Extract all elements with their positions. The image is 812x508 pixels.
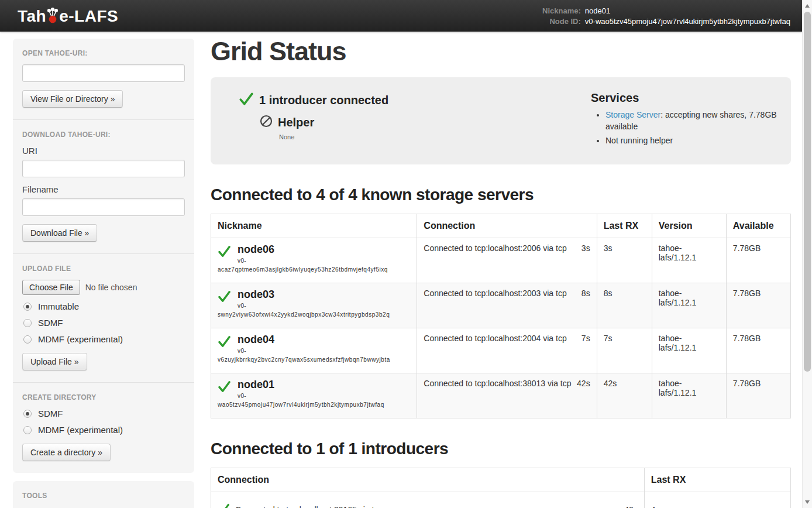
open-uri-label: OPEN TAHOE-URI: (22, 49, 185, 57)
introducers-heading: Connected to 1 of 1 introducers (211, 440, 791, 458)
radio-button-icon[interactable] (23, 426, 32, 434)
server-id-prefix: v0- (238, 258, 410, 264)
table-row: Connected to tcp:localhost:39165 via tcp… (211, 492, 791, 508)
helper-none-text: None (279, 133, 591, 140)
create-directory-button[interactable]: Create a directory » (22, 444, 111, 461)
radio-button-icon[interactable] (23, 410, 32, 418)
services-heading: Services (591, 91, 790, 105)
introducers-table: Connection Last RX Connected to tcp:loca… (211, 468, 791, 508)
last-rx-cell: 7s (597, 328, 652, 373)
scroll-up-arrow-icon[interactable] (805, 4, 810, 8)
col-header-connection: Connection (211, 468, 645, 492)
create-directory-label: CREATE DIRECTORY (22, 393, 185, 401)
upload-format-mdmf-label: MDMF (experimental) (38, 334, 123, 344)
server-id: v6zuyjkbrrkqy2bvc2cny7qwax5sxumedsxfzfjw… (218, 356, 410, 363)
server-nickname: node04 (238, 334, 410, 346)
storage-table-header-row: Nickname Connection Last RX Version Avai… (211, 214, 791, 238)
download-filename-input[interactable] (22, 198, 185, 216)
table-row: node04 v0- v6zuyjkbrrkqy2bvc2cny7qwax5sx… (211, 328, 791, 373)
scroll-down-arrow-icon[interactable] (805, 500, 810, 504)
radio-button-icon[interactable] (23, 335, 32, 344)
col-header-last-rx: Last RX (644, 468, 790, 492)
connection-age: 3s (582, 243, 590, 253)
grid-status-summary-well: 1 introducer connected Helper None Servi… (211, 77, 791, 164)
nickname-value: node01 (585, 6, 790, 15)
upload-format-immutable-option[interactable]: Immutable (23, 301, 184, 311)
table-row: node06 v0- acaz7qptmeo6m3asjlgkb6iwlyuqe… (211, 238, 791, 283)
download-uri-section: DOWNLOAD TAHOE-URI: URI Filename Downloa… (13, 119, 194, 253)
available-cell: 7.78GB (726, 328, 790, 373)
connection-age: 42s (577, 379, 590, 388)
main-content: Grid Status 1 introducer connected Helpe… (211, 32, 791, 508)
storage-servers-table: Nickname Connection Last RX Version Avai… (211, 214, 791, 418)
connection-text: Connected to tcp:localhost:2006 via tcp (424, 243, 566, 253)
upload-file-label: UPLOAD FILE (22, 265, 185, 273)
vertical-scrollbar[interactable] (802, 0, 812, 508)
introducer-table-header-row: Connection Last RX (211, 468, 791, 492)
table-row: node01 v0- wao5tzv45pmoju47jow7rvl4ukirj… (211, 373, 791, 418)
server-id: swny2viyw63ofxwi4x2yykd2woqjbpx3cw34xtri… (218, 311, 410, 318)
server-id-prefix: v0- (238, 393, 410, 399)
download-uri-input[interactable] (22, 160, 185, 177)
nickname-cell: node01 v0- wao5tzv45pmoju47jow7rvl4ukirj… (211, 373, 417, 418)
storage-servers-heading: Connected to 4 of 4 known storage server… (211, 186, 791, 204)
connection-age: 8s (582, 289, 590, 298)
upload-format-immutable-label: Immutable (38, 301, 79, 311)
available-cell: 7.78GB (726, 373, 790, 418)
check-icon (239, 91, 254, 109)
server-id-prefix: v0- (238, 348, 410, 354)
tools-label: TOOLS (22, 492, 185, 500)
server-id: acaz7qptmeo6m3asjlgkb6iwlyuqey53hz26tbdm… (218, 266, 410, 273)
upload-file-button[interactable]: Upload File » (22, 353, 87, 370)
connection-cell: Connected to tcp:localhost:2004 via tcp … (417, 328, 597, 373)
download-uri-label: DOWNLOAD TAHOE-URI: (22, 131, 185, 139)
check-icon (218, 290, 231, 305)
brand-logo[interactable]: Tah e-LAFS (18, 7, 118, 25)
uri-field-label: URI (22, 146, 185, 156)
dir-format-mdmf-option[interactable]: MDMF (experimental) (23, 425, 184, 435)
service-item-helper: Not running helper (605, 135, 790, 146)
server-id: wao5tzv45pmoju47jow7rvl4ukirjm5ytbh2kjty… (218, 401, 410, 408)
service-item-storage: Storage Server: accepting new shares, 7.… (605, 109, 790, 133)
file-picker-row: Choose File No file chosen (22, 280, 185, 295)
upload-file-section: UPLOAD FILE Choose File No file chosen I… (13, 253, 194, 382)
view-file-button[interactable]: View File or Directory » (22, 90, 123, 108)
dir-format-sdmf-label: SDMF (38, 409, 63, 418)
last-rx-cell: 4s (644, 492, 790, 508)
upload-format-mdmf-option[interactable]: MDMF (experimental) (23, 334, 184, 344)
available-cell: 7.78GB (726, 283, 790, 328)
introducer-connected-text: 1 introducer connected (259, 94, 388, 107)
open-uri-section: OPEN TAHOE-URI: View File or Directory » (13, 39, 194, 119)
nickname-cell: node03 v0- swny2viyw63ofxwi4x2yykd2woqjb… (211, 283, 417, 328)
scrollbar-thumb[interactable] (804, 12, 811, 372)
node-id-value: v0-wao5tzv45pmoju47jow7rvl4ukirjm5ytbh2k… (585, 17, 790, 26)
filename-field-label: Filename (22, 184, 185, 194)
connection-text: Connected to tcp:localhost:38013 via tcp (424, 379, 571, 388)
nickname-cell: node06 v0- acaz7qptmeo6m3asjlgkb6iwlyuqe… (211, 238, 417, 283)
services-block: Services Storage Server: accepting new s… (591, 91, 790, 148)
last-rx-cell: 8s (597, 283, 652, 328)
version-cell: tahoe-lafs/1.12.1 (652, 373, 726, 418)
dir-format-sdmf-option[interactable]: SDMF (23, 409, 184, 418)
upload-format-sdmf-option[interactable]: SDMF (23, 318, 184, 328)
choose-file-button[interactable]: Choose File (22, 280, 80, 295)
brand-text-pre: Tah (18, 8, 46, 25)
radio-button-icon[interactable] (23, 303, 32, 311)
col-header-connection: Connection (417, 214, 597, 238)
download-file-button[interactable]: Download File » (22, 224, 97, 242)
helper-heading: Helper (278, 116, 314, 129)
create-directory-section: CREATE DIRECTORY SDMF MDMF (experimental… (13, 382, 194, 473)
server-nickname: node01 (238, 379, 410, 392)
radio-button-icon[interactable] (23, 319, 32, 327)
nickname-cell: node04 v0- v6zuyjkbrrkqy2bvc2cny7qwax5sx… (211, 328, 417, 373)
no-file-chosen-text: No file chosen (85, 283, 137, 292)
server-nickname: node06 (238, 243, 410, 256)
connection-status-block: 1 introducer connected Helper None (239, 91, 591, 148)
connection-cell: Connected to tcp:localhost:2006 via tcp … (417, 238, 597, 283)
server-nickname: node03 (238, 289, 410, 301)
connection-text: Connected to tcp:localhost:39165 via tcp (235, 505, 383, 508)
open-uri-input[interactable] (22, 64, 185, 82)
connection-text: Connected to tcp:localhost:2003 via tcp (424, 289, 566, 298)
check-icon (218, 335, 231, 350)
storage-server-link[interactable]: Storage Server (605, 110, 660, 119)
